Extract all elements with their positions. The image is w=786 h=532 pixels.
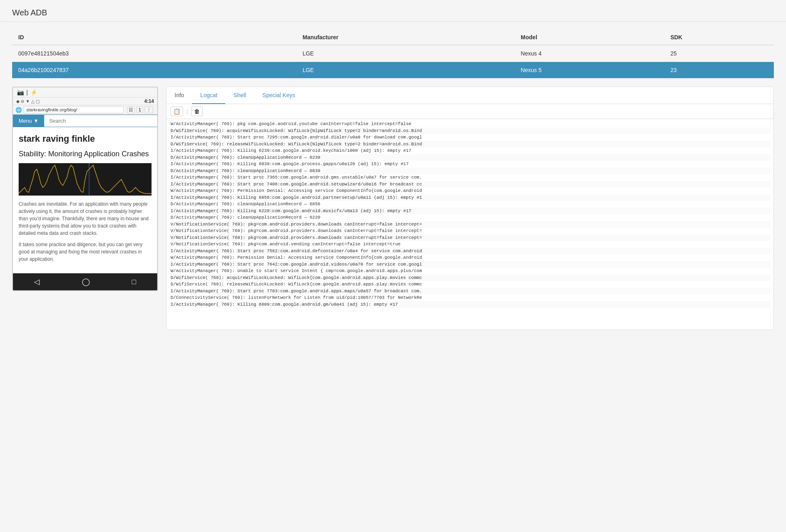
log-line: D/ConnectivityService( 769): listenForNe… [170,294,770,301]
tab-info[interactable]: Info [167,87,192,104]
phone-home-icon[interactable]: ◯ [82,277,90,286]
log-line: D/ActivityManager( 769): cleanUpApplicat… [170,214,770,221]
logcat-content[interactable]: W/ActivityManager( 769): pkg com.google.… [167,119,773,330]
phone-tab-btn[interactable]: 1 [137,106,143,113]
phone-address-bar[interactable]: starkravingfinkle.org/blog/ [23,106,124,113]
logcat-toolbar: 📋 | 🗑 [167,104,773,119]
phone-chart [19,163,152,196]
log-line: W/ActivityManager( 769): Permission Deni… [170,254,770,261]
logcat-clear-button[interactable]: 🗑 [191,106,203,116]
device-row-0[interactable]: 0097e48121504eb3LGENexus 425 [12,45,774,62]
log-line: I/ActivityManager( 769): Killing 6239:co… [170,147,770,154]
phone-menu-button[interactable]: Menu ▼ [13,115,44,127]
log-line: V/NotificationService( 769): pkg=com.and… [170,234,770,241]
phone-status-icons: ◆ ⊖ ▼ △ ▢ [16,99,40,104]
globe-icon: 🌐 [15,107,22,113]
log-line: I/ActivityManager( 769): Start proc 7642… [170,261,770,268]
tab-logcat[interactable]: Logcat [192,87,225,104]
log-line: W/ActivityManager( 769): Permission Deni… [170,187,770,194]
right-panel: InfoLogcatShellSpecial Keys 📋 | 🗑 W/Acti… [166,87,774,330]
phone-more-btn[interactable]: ⋮ [145,106,153,113]
device-cell-id-1: 04a26b2100247837 [12,62,297,79]
log-line: D/WifiService( 769): acquireWifiLockLock… [170,275,770,281]
phone-recents-icon[interactable]: □ [132,278,136,286]
phone-bottom-nav: ◁ ◯ □ [13,273,157,290]
log-line: V/NotificationService( 769): pkg=com.and… [170,228,770,234]
phone-url: starkravingfinkle.org/blog/ [26,107,77,112]
log-line: V/NotificationService( 769): pkg=com.and… [170,241,770,248]
phone-wifi-row: ◆ ⊖ ▼ △ ▢ 4:14 [13,98,157,105]
log-line: D/ActivityManager( 769): cleanUpApplicat… [170,154,770,161]
log-line: V/NotificationService( 769): pkg=com.and… [170,221,770,228]
phone-mockup: 📷 | ⚡ ◆ ⊖ ▼ △ ▢ 4:14 🌐 starkravingfinkle… [12,87,158,291]
phone-menu-bar: Menu ▼ [13,115,157,127]
log-line: I/ActivityManager( 769): Start proc 7406… [170,181,770,188]
log-line: I/ActivityManager( 769): Start proc 7703… [170,288,770,295]
phone-back-icon[interactable]: ◁ [34,277,40,286]
log-line: D/WifiService( 769): releaseWifiLockLock… [170,141,770,148]
app-title: Web ADB [0,0,786,21]
tab-special-keys[interactable]: Special Keys [254,87,303,104]
device-cell-sdk-0: 25 [664,45,774,62]
device-cell-manufacturer-0: LGE [297,45,515,62]
log-line: W/ActivityManager( 769): pkg com.google.… [170,121,770,128]
phone-search-input[interactable] [44,115,157,127]
logcat-copy-button[interactable]: 📋 [171,106,183,116]
log-line: I/ActivityManager( 769): Start proc 7562… [170,248,770,255]
toolbar-separator: | [186,108,188,115]
log-line: D/ActivityManager( 769): cleanUpApplicat… [170,168,770,174]
device-cell-manufacturer-1: LGE [297,62,515,79]
log-line: I/ActivityManager( 769): Killing 6839:co… [170,161,770,168]
col-model: Model [515,30,664,45]
device-cell-sdk-1: 23 [664,62,774,79]
log-line: D/ActivityManager( 769): cleanUpApplicat… [170,201,770,208]
log-line: I/ActivityManager( 769): Killing 6220:co… [170,208,770,215]
device-row-1[interactable]: 04a26b2100247837LGENexus 523 [12,62,774,79]
device-cell-model-1: Nexus 5 [515,62,664,79]
phone-site-title: stark raving finkle [19,134,152,144]
tab-shell[interactable]: Shell [225,87,254,104]
device-table: ID Manufacturer Model SDK 0097e48121504e… [12,30,774,79]
camera-icon: 📷 [17,89,24,96]
log-line: I/ActivityManager( 769): Start proc 7365… [170,174,770,181]
device-cell-id-0: 0097e48121504eb3 [12,45,297,62]
log-line: D/WifiService( 769): releaseWifiLockLock… [170,281,770,288]
col-sdk: SDK [664,30,774,45]
phone-paragraph1: Crashes are inevitable. For an applicati… [19,200,152,237]
log-line: D/WifiService( 769): acquireWifiLockLock… [170,128,770,134]
phone-paragraph2: It takes some practice and diligence, bu… [19,241,152,263]
log-line: I/ActivityManager( 769): Killing 6856:co… [170,194,770,201]
flash-icon: ⚡ [30,89,37,96]
phone-content: stark raving finkle Stability: Monitorin… [13,127,157,273]
log-line: I/ActivityManager( 769): Start proc 7295… [170,134,770,141]
phone-status-bar: 📷 | ⚡ [13,87,157,98]
phone-article-title: Stability: Monitoring Application Crashe… [19,150,152,158]
tabs-header: InfoLogcatShellSpecial Keys [167,87,773,104]
log-line: W/ActivityManager( 769): Unable to start… [170,268,770,275]
log-line: I/ActivityManager( 769): Killing 6609:co… [170,301,770,308]
phone-reader-btn[interactable]: ☷ [127,106,135,113]
phone-address-bar-row[interactable]: 🌐 starkravingfinkle.org/blog/ ☷ 1 ⋮ [13,105,157,115]
device-cell-model-0: Nexus 4 [515,45,664,62]
col-id: ID [12,30,297,45]
col-manufacturer: Manufacturer [297,30,515,45]
phone-time: 4:14 [144,98,154,104]
